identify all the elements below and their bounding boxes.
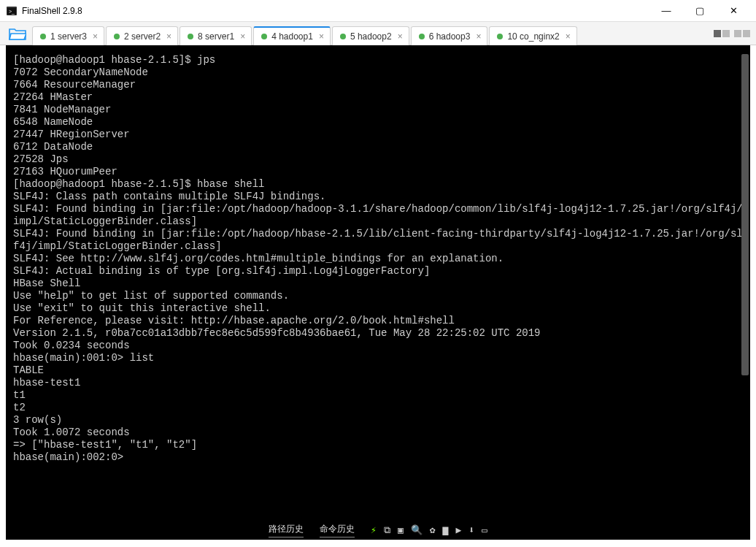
app-icon: >_ <box>6 5 18 17</box>
paste-icon[interactable]: ▣ <box>398 524 404 537</box>
terminal[interactable]: [hadoop@hadoop1 hbase-2.1.5]$ jps 7072 S… <box>6 45 750 540</box>
terminal-output: [hadoop@hadoop1 hbase-2.1.5]$ jps 7072 S… <box>13 54 746 464</box>
bottom-toolbar: 路径历史 命令历史 ⚡ ⧉ ▣ 🔍 ✿ ▆ ▶ ⬇ ▭ <box>6 521 750 540</box>
tab-close-icon[interactable]: × <box>319 31 324 42</box>
search-icon[interactable]: 🔍 <box>411 524 423 537</box>
tab-label: 2 server2 <box>124 31 161 42</box>
layout-grid-button[interactable] <box>714 30 730 37</box>
bolt-icon[interactable]: ⚡ <box>371 524 377 537</box>
tab-close-icon[interactable]: × <box>476 31 481 42</box>
tab-2-server2[interactable]: 2 server2× <box>106 26 178 45</box>
play-icon[interactable]: ▶ <box>455 524 461 537</box>
tab-label: 6 hadoop3 <box>429 31 471 42</box>
window-icon[interactable]: ▭ <box>482 524 487 537</box>
tabbar-right <box>714 22 756 45</box>
tab-close-icon[interactable]: × <box>93 31 98 42</box>
bottom-icons: ⚡ ⧉ ▣ 🔍 ✿ ▆ ▶ ⬇ ▭ <box>371 524 487 537</box>
terminal-scrollbar[interactable] <box>741 54 749 375</box>
tab-label: 8 server1 <box>198 31 234 42</box>
tab-8-server1[interactable]: 8 server1× <box>180 26 252 45</box>
status-dot-icon <box>261 34 267 39</box>
window-title: FinalShell 2.9.8 <box>22 6 649 16</box>
tab-label: 4 hadoop1 <box>271 31 313 42</box>
cmd-history-button[interactable]: 命令历史 <box>320 524 355 538</box>
tabs-container: 1 server3×2 server2×8 server1×4 hadoop1×… <box>32 22 714 45</box>
tab-close-icon[interactable]: × <box>566 31 571 42</box>
tab-label: 5 hadoop2 <box>350 31 392 42</box>
status-dot-icon <box>340 34 346 39</box>
status-dot-icon <box>40 34 46 39</box>
tab-5-hadoop2[interactable]: 5 hadoop2× <box>332 26 409 45</box>
tab-6-hadoop3[interactable]: 6 hadoop3× <box>411 26 488 45</box>
tab-4-hadoop1[interactable]: 4 hadoop1× <box>253 26 331 45</box>
tab-1-server3[interactable]: 1 server3× <box>32 26 104 45</box>
tab-close-icon[interactable]: × <box>398 31 403 42</box>
folder-icon[interactable]: ▆ <box>443 524 449 537</box>
gear-icon[interactable]: ✿ <box>430 524 436 537</box>
svg-text:>_: >_ <box>9 9 15 15</box>
titlebar: >_ FinalShell 2.9.8 — ▢ ✕ <box>0 0 756 22</box>
status-dot-icon <box>114 34 120 39</box>
close-button[interactable]: ✕ <box>717 0 750 22</box>
copy-icon[interactable]: ⧉ <box>384 524 390 537</box>
maximize-button[interactable]: ▢ <box>683 0 717 22</box>
tab-close-icon[interactable]: × <box>166 31 171 42</box>
window-controls: — ▢ ✕ <box>649 0 750 22</box>
tab-10-co_nginx2[interactable]: 10 co_nginx2× <box>489 26 576 45</box>
download-icon[interactable]: ⬇ <box>468 524 474 537</box>
status-dot-icon <box>419 34 425 39</box>
path-history-button[interactable]: 路径历史 <box>269 524 304 538</box>
open-folder-button[interactable] <box>3 22 32 45</box>
status-dot-icon <box>497 34 503 39</box>
tab-label: 1 server3 <box>50 31 87 42</box>
tab-label: 10 co_nginx2 <box>507 31 559 42</box>
minimize-button[interactable]: — <box>649 0 683 22</box>
status-dot-icon <box>188 34 193 39</box>
tab-close-icon[interactable]: × <box>240 31 245 42</box>
tabbar: 1 server3×2 server2×8 server1×4 hadoop1×… <box>0 22 756 45</box>
layout-split-button[interactable] <box>734 30 750 37</box>
